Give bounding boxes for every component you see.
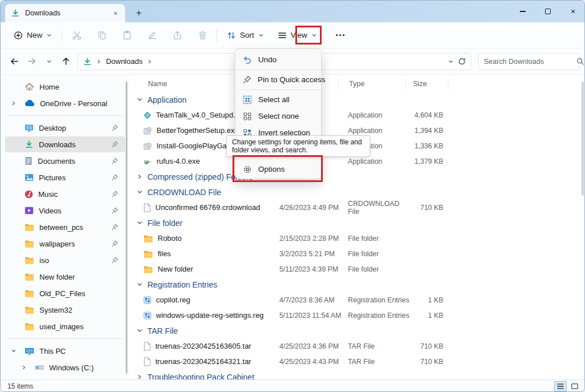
sidebar-item-music[interactable]: Music xyxy=(5,186,125,202)
sidebar-scrollbar[interactable] xyxy=(126,82,127,374)
menu-item-undo[interactable]: Undo xyxy=(235,51,321,68)
expander-chevron-icon[interactable] xyxy=(21,365,27,370)
menu-item-options[interactable]: Options xyxy=(235,161,321,177)
group-header-crdownload-file[interactable]: CRDOWNLOAD File xyxy=(130,184,585,200)
search-input[interactable] xyxy=(484,58,576,66)
column-divider xyxy=(338,79,339,90)
paste-button[interactable] xyxy=(117,26,137,45)
group-header-application[interactable]: Application xyxy=(130,92,585,107)
group-header-registration-entries[interactable]: Registration Entries xyxy=(130,277,585,292)
column-header-type[interactable]: Type xyxy=(349,80,364,88)
select-all-icon xyxy=(243,95,252,104)
sidebar-item-windows-c[interactable]: Windows (C:) xyxy=(5,359,125,375)
group-label: TAR File xyxy=(147,326,178,336)
sidebar-item-documents[interactable]: Documents xyxy=(5,153,125,169)
menu-item-select-none[interactable]: Select none xyxy=(235,108,321,124)
copy-button[interactable] xyxy=(92,26,111,45)
drive-icon xyxy=(35,364,44,371)
folder-icon xyxy=(143,235,153,243)
menu-item-select-all[interactable]: Select all xyxy=(235,91,321,108)
file-row-truenas-20230425163605-tar[interactable]: truenas-20230425163605.tar4/25/2023 4:36… xyxy=(130,338,585,354)
new-button[interactable]: New xyxy=(9,27,57,43)
file-row-unconfirmed-66769-crdownload[interactable]: Unconfirmed 66769.crdownload4/26/2023 4:… xyxy=(130,200,585,215)
new-icon xyxy=(14,31,23,40)
sidebar-item-onedrive-personal[interactable]: OneDrive - Personal xyxy=(5,95,125,111)
sort-button[interactable]: Sort xyxy=(222,27,269,43)
file-row-files[interactable]: files3/2/2023 5:21 PMFile folder xyxy=(130,246,585,261)
paste-icon xyxy=(122,30,132,40)
file-row-teamtalk-v4-0-setupd-exe[interactable]: TeamTalk_v4.0_Setupd.exeApplication4,604… xyxy=(130,107,585,123)
chevron-down-icon[interactable] xyxy=(448,59,454,64)
file-row-new-folder[interactable]: New folder5/11/2023 4:39 PMFile folder xyxy=(130,261,585,277)
file-type: File folder xyxy=(348,235,411,243)
cut-button[interactable] xyxy=(67,26,86,45)
group-header-file-folder[interactable]: File folder xyxy=(130,215,585,231)
sidebar-item-new-folder[interactable]: New folder xyxy=(5,269,125,285)
sidebar-item-downloads[interactable]: Downloads xyxy=(5,136,125,152)
sidebar-item-old-pc-files[interactable]: Old_PC_Files xyxy=(5,285,125,301)
folder-icon xyxy=(25,322,34,330)
view-button-label: View xyxy=(291,31,307,39)
tab-close-icon[interactable]: × xyxy=(111,9,119,18)
file-date: 4/25/2023 4:43 PM xyxy=(279,358,348,366)
chevron-down-icon xyxy=(46,33,52,38)
file-row-windows-update-reg-settings-reg[interactable]: windows-update-reg-settings.reg5/11/2023… xyxy=(130,308,585,323)
details-view-toggle[interactable] xyxy=(554,381,567,391)
file-row-truenas-20230425164321-tar[interactable]: truenas-20230425164321.tar4/25/2023 4:43… xyxy=(130,354,585,369)
file-name: windows-update-reg-settings.reg xyxy=(156,311,264,320)
search-box[interactable] xyxy=(478,53,580,70)
tab-downloads[interactable]: Downloads × xyxy=(5,4,125,22)
group-header-troubleshooting-pack-cabinet[interactable]: Troubleshooting Pack Cabinet xyxy=(130,369,585,379)
maximize-button[interactable] xyxy=(535,1,560,22)
forward-button[interactable] xyxy=(23,53,41,70)
refresh-icon[interactable] xyxy=(458,57,466,66)
expander-chevron-icon[interactable] xyxy=(11,348,17,354)
minimize-button[interactable] xyxy=(510,1,535,22)
folder-icon xyxy=(25,273,34,281)
rename-button[interactable] xyxy=(142,26,162,45)
sidebar-item-home[interactable]: Home xyxy=(5,79,125,95)
sidebar-item-between-pcs[interactable]: between_pcs xyxy=(5,219,125,235)
group-header-tar-file[interactable]: TAR File xyxy=(130,323,585,338)
file-size: 710 KB xyxy=(411,342,443,350)
file-row-copilot-reg[interactable]: copilot.reg4/7/2023 8:36 AMRegistration … xyxy=(130,292,585,308)
file-list-scrollbar[interactable] xyxy=(582,82,584,196)
close-button[interactable]: × xyxy=(560,1,585,22)
command-toolbar: New Sort View xyxy=(1,22,585,49)
sidebar-item-desktop[interactable]: Desktop xyxy=(5,120,125,136)
group-header-compressed-zipped-folders[interactable]: Compressed (zipped) Folders xyxy=(130,169,585,184)
file-type: CRDOWNLOAD File xyxy=(348,200,411,216)
sidebar-item-system32[interactable]: System32 xyxy=(5,302,125,318)
sidebar-item-label: Documents xyxy=(38,157,75,165)
see-more-button[interactable] xyxy=(330,27,351,44)
reg-icon xyxy=(143,296,151,304)
sidebar-item-iso[interactable]: iso xyxy=(5,252,125,268)
videos-icon xyxy=(25,207,34,215)
download-icon xyxy=(83,57,92,66)
navigation-pane: HomeOneDrive - PersonalDesktopDownloadsD… xyxy=(1,75,130,379)
sidebar-item-used-images[interactable]: used_images xyxy=(5,318,125,334)
pinned-icon xyxy=(111,191,118,197)
file-type: Application xyxy=(348,111,411,119)
column-header-size[interactable]: Size xyxy=(413,80,427,88)
sidebar-item-label: wallpapers xyxy=(39,240,75,248)
breadcrumb-downloads[interactable]: Downloads xyxy=(106,57,142,66)
share-button[interactable] xyxy=(167,26,187,45)
back-button[interactable] xyxy=(6,53,23,70)
file-name: New folder xyxy=(158,265,193,273)
see-more-menu: UndoPin to Quick accessSelect allSelect … xyxy=(235,49,322,179)
sidebar-item-wallpapers[interactable]: wallpapers xyxy=(5,236,125,252)
menu-item-pin-to-quick-access[interactable]: Pin to Quick access xyxy=(235,71,321,88)
sidebar-item-pictures[interactable]: Pictures xyxy=(5,169,125,185)
delete-button[interactable] xyxy=(193,26,212,45)
new-tab-button[interactable]: + xyxy=(132,6,146,20)
file-row-roboto[interactable]: Roboto2/15/2023 2:28 PMFile folder xyxy=(130,231,585,246)
view-button[interactable]: View xyxy=(273,27,322,43)
up-button[interactable] xyxy=(58,53,75,70)
expander-chevron-icon[interactable] xyxy=(11,100,17,106)
sidebar-item-videos[interactable]: Videos xyxy=(5,203,125,219)
large-icons-view-toggle[interactable] xyxy=(568,381,581,391)
sidebar-item-this-pc[interactable]: This PC xyxy=(5,343,125,359)
recent-locations-chevron[interactable] xyxy=(41,53,58,70)
column-header-name[interactable]: Name xyxy=(148,80,167,88)
